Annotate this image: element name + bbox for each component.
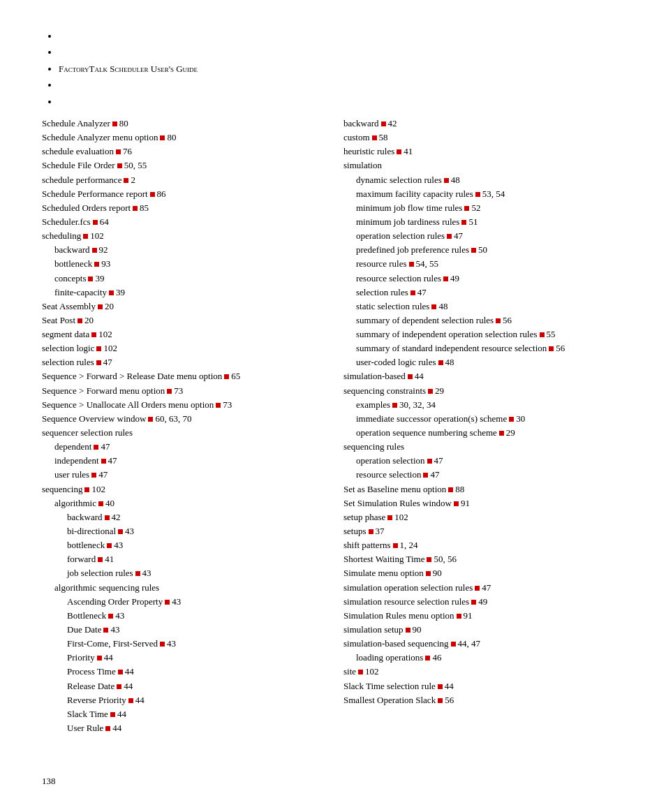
index-entry: simulation [343,158,624,172]
entry-text: sequencing constraints [343,384,426,398]
entry-text: static selection rules [356,300,429,313]
entry-text: job selection rules [67,566,133,580]
red-bullet [150,192,155,197]
entry-text: Reverse Priority [67,693,126,707]
page-reference: 44 [445,679,454,693]
red-bullet [381,121,386,126]
page-reference: 54, 55 [416,257,439,271]
index-entry: Sequence Overview window60, 63, 70 [42,412,323,426]
index-entry: selection rules47 [343,286,624,300]
index-entry: user-coded logic rules48 [343,355,624,369]
page-reference: 50 [478,243,487,257]
red-bullet [98,304,103,309]
index-entry: operation sequence numbering scheme29 [343,426,624,440]
page-reference: 30, 32, 34 [399,398,436,412]
index-entry: operation selection rules47 [343,229,624,243]
index-entry: selection rules47 [42,355,323,369]
index-entry: Priority44 [42,651,323,665]
page-reference: 41 [404,145,413,158]
index-entry: concepts39 [42,272,323,286]
index-entry: Schedule File Order50, 55 [42,158,323,172]
entry-text: Slack Time selection rule [343,679,436,693]
red-bullet [387,515,392,520]
index-entry: immediate successor operation(s) scheme3… [343,412,624,426]
page-reference: 56 [556,341,565,355]
red-bullet [128,698,133,703]
entry-text: Set Simulation Rules window [343,496,452,510]
index-columns: Schedule Analyzer80Schedule Analyzer men… [42,117,624,735]
index-entry: sequencer selection rules [42,426,323,440]
page-reference: 51 [468,215,478,229]
red-bullet [406,628,410,633]
page-reference: 102 [394,510,408,524]
index-entry: dynamic selection rules48 [343,173,624,187]
index-entry: bi-directional43 [42,524,323,538]
page-reference: 86 [157,187,166,201]
entry-text: resource selection [356,468,421,482]
page-reference: 47 [417,286,427,300]
red-bullet [94,445,98,450]
page-reference: 91 [464,609,473,623]
entry-text: setup phase [343,510,385,524]
right-column: backward42custom58heuristic rules41simul… [343,117,624,735]
red-bullet [103,628,108,633]
page-reference: 47 [454,229,463,243]
page-reference: 29 [435,384,444,398]
index-entry: resource selection rules49 [343,272,624,286]
page-reference: 85 [140,201,149,215]
entry-text: loading operations [356,651,423,665]
index-entry: loading operations46 [343,651,624,665]
index-entry: selection logic102 [42,341,323,355]
red-bullet [224,374,229,379]
page-reference: 73 [223,398,232,412]
index-entry: Scheduled Orders report85 [42,201,323,215]
page-reference: 47 [103,355,112,369]
red-bullet [167,389,172,394]
page-reference: 102 [98,327,112,341]
page-reference: 48 [451,173,460,187]
red-bullet [117,163,122,168]
bullet-2 [59,44,624,60]
red-bullet [475,192,480,197]
index-entry: algorithmic40 [42,496,323,510]
entry-text: segment data [42,327,89,341]
red-bullet [135,571,140,576]
page-reference: 50, 56 [434,552,457,566]
page-reference: 93 [101,257,110,271]
red-bullet [423,473,428,478]
entry-text: selection logic [42,341,94,355]
page-reference: 56 [503,313,512,327]
entry-text: predefined job preference rules [356,243,469,257]
entry-text: user-coded logic rules [356,355,436,369]
index-entry: job selection rules43 [42,566,323,580]
red-bullet [109,290,114,295]
index-entry: algorithmic sequencing rules [42,581,323,595]
red-bullet [409,262,414,267]
index-entry: Schedule Performance report86 [42,187,323,201]
page-reference: 30 [516,412,525,426]
entry-text: Slack Time [67,707,108,721]
index-entry: minimum job tardiness rules51 [343,215,624,229]
entry-text: Seat Assembly [42,300,96,313]
entry-text: Sequence > Forward menu option [42,384,165,398]
entry-text: minimum job tardiness rules [356,215,459,229]
entry-text: bi-directional [67,524,116,538]
entry-text: Schedule Analyzer menu option [42,131,158,145]
index-entry: Process Time44 [42,665,323,679]
index-entry: simulation-based sequencing44, 47 [343,637,624,651]
page-reference: 102 [103,341,117,355]
index-entry: User Rule44 [42,721,323,735]
entry-text: examples [356,398,390,412]
page-reference: 88 [455,482,464,496]
page-reference: 52 [471,201,480,215]
left-column: Schedule Analyzer80Schedule Analyzer men… [42,117,323,735]
page-reference: 43 [115,609,124,623]
entry-text: Simulate menu option [343,566,424,580]
entry-text: scheduling [42,229,81,243]
red-bullet [77,318,82,323]
page-reference: 41 [105,552,114,566]
red-bullet [116,149,121,154]
red-bullet [216,403,221,408]
entry-text: Ascending Order Property [67,595,163,609]
page-reference: 43 [114,538,123,552]
